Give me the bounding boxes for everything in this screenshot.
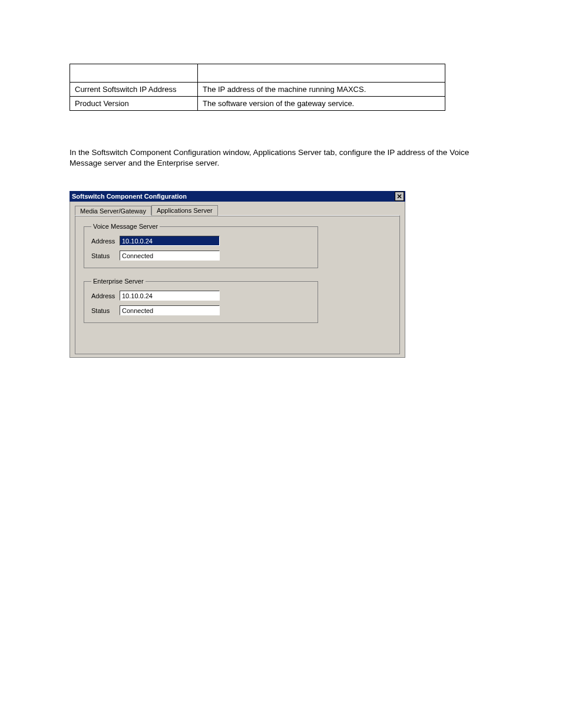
close-icon[interactable] (395, 192, 404, 201)
window-titlebar: Softswitch Component Configuration (70, 191, 405, 202)
table-header-cell (70, 64, 198, 83)
table-row: Current Softswitch IP Address The IP add… (70, 83, 445, 97)
table-cell-desc: The IP address of the machine running MA… (198, 83, 445, 97)
window-title: Softswitch Component Configuration (72, 193, 187, 200)
voice-group-legend: Voice Message Server (91, 223, 160, 230)
table-cell-label: Product Version (70, 97, 198, 111)
table-header-cell (198, 64, 445, 83)
config-window: Softswitch Component Configuration Media… (70, 191, 405, 358)
info-table: Current Softswitch IP Address The IP add… (70, 64, 445, 111)
voice-address-input[interactable] (120, 236, 220, 246)
table-row: Product Version The software version of … (70, 97, 445, 111)
voice-status-label: Status (91, 252, 120, 259)
table-cell-label: Current Softswitch IP Address (70, 83, 198, 97)
enterprise-status-field: Connected (120, 305, 220, 315)
enterprise-group-legend: Enterprise Server (91, 278, 146, 285)
tab-panel-applications-server: Voice Message Server Address Status Conn… (75, 215, 400, 354)
tab-strip: Media Server/Gateway Applications Server (75, 205, 400, 216)
enterprise-address-input-field[interactable] (122, 292, 217, 299)
voice-status-field: Connected (120, 251, 220, 261)
tab-applications-server[interactable]: Applications Server (151, 205, 218, 216)
enterprise-server-group: Enterprise Server Address Status Connect… (84, 278, 318, 323)
enterprise-address-label: Address (91, 292, 120, 299)
voice-address-input-field[interactable] (122, 238, 217, 245)
voice-message-server-group: Voice Message Server Address Status Conn… (84, 223, 318, 268)
instruction-text: In the Softswitch Component Configuratio… (70, 147, 487, 169)
table-cell-desc: The software version of the gateway serv… (198, 97, 445, 111)
enterprise-address-input[interactable] (120, 291, 220, 301)
voice-address-label: Address (91, 238, 120, 245)
enterprise-status-label: Status (91, 307, 120, 314)
